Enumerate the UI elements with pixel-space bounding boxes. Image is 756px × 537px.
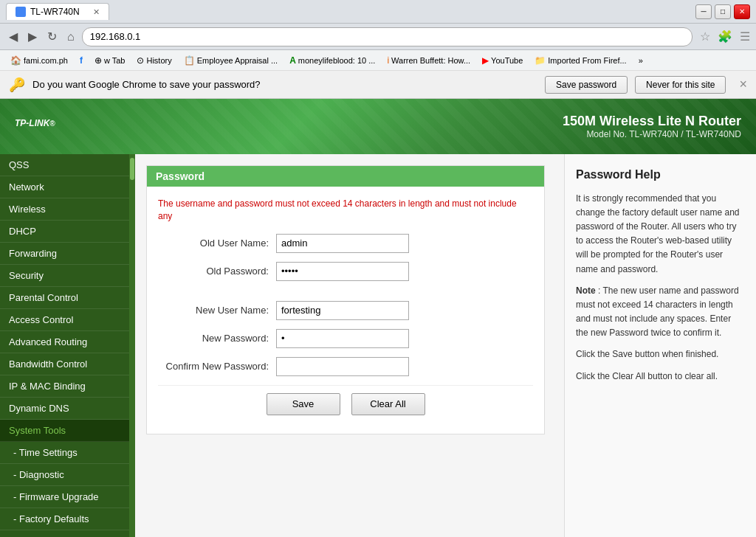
bookmark-star-icon[interactable]: ☆	[700, 30, 710, 44]
old-username-input[interactable]	[276, 234, 409, 253]
new-password-group: New Password:	[158, 329, 533, 348]
confirm-password-group: Confirm New Password:	[158, 357, 533, 376]
new-password-input[interactable]	[276, 329, 409, 348]
bookmark-fb[interactable]: f	[75, 54, 87, 67]
sidebar-item-access-control[interactable]: Access Control	[0, 309, 129, 331]
sidebar-item-factory[interactable]: - Factory Defaults	[0, 508, 129, 530]
help-note: Note : The new user name and password mu…	[576, 284, 745, 341]
bookmark-fami[interactable]: 🏠 fami.com.ph	[6, 54, 72, 67]
bookmark-label: moneylifeblood: 10 ...	[298, 56, 376, 65]
tp-link-logo: TP-LINK®	[15, 115, 55, 139]
main-content: Password The username and password must …	[135, 154, 564, 537]
model-number: Model No. TL-WR740N / TL-WR740ND	[563, 129, 741, 139]
home-button[interactable]: ⌂	[64, 29, 78, 45]
menu-icon[interactable]: ☰	[740, 30, 750, 44]
browser-tab[interactable]: TL-WR740N ✕	[6, 3, 109, 20]
sidebar-item-ip-mac[interactable]: IP & MAC Binding	[0, 375, 129, 398]
back-button[interactable]: ◀	[6, 28, 21, 45]
tab-close-button[interactable]: ✕	[93, 7, 100, 17]
new-username-label: New User Name:	[158, 305, 276, 316]
sidebar-scrollbar[interactable]	[129, 154, 135, 537]
close-button[interactable]: ✕	[734, 4, 750, 19]
clear-all-button[interactable]: Clear All	[351, 393, 425, 415]
bookmark-favicon: ⊙	[137, 55, 144, 66]
minimize-button[interactable]: ─	[695, 4, 712, 19]
refresh-button[interactable]: ↻	[44, 28, 60, 45]
sidebar: QSS Network Wireless DHCP Forwarding Sec…	[0, 154, 129, 537]
help-paragraph1: It is strongly recommended that you chan…	[576, 192, 745, 277]
old-password-group: Old Password:	[158, 262, 533, 281]
old-username-label: Old User Name:	[158, 238, 276, 249]
new-username-group: New User Name:	[158, 301, 533, 320]
sidebar-item-qss[interactable]: QSS	[0, 154, 129, 176]
banner-text: Do you want Google Chrome to save your p…	[32, 79, 537, 90]
sidebar-item-network[interactable]: Network	[0, 176, 129, 198]
section-body: The username and password must not excee…	[147, 187, 544, 434]
extensions-icon[interactable]: 🧩	[718, 30, 732, 44]
bookmark-label: History	[146, 56, 171, 65]
bookmark-favicon: ▶	[482, 55, 489, 66]
help-title: Password Help	[576, 165, 745, 184]
bookmark-favicon: 🏠	[10, 55, 21, 66]
bookmark-label: Imported From Firef...	[548, 56, 626, 65]
forward-button[interactable]: ▶	[25, 28, 40, 45]
router-header: TP-LINK® 150M Wireless Lite N Router Mod…	[0, 99, 756, 154]
section-header: Password	[147, 166, 544, 187]
new-password-label: New Password:	[158, 333, 276, 344]
save-button[interactable]: Save	[267, 393, 340, 415]
bookmark-youtube[interactable]: ▶ YouTube	[478, 54, 527, 67]
bookmark-more[interactable]: »	[634, 55, 647, 66]
sidebar-item-dhcp[interactable]: DHCP	[0, 221, 129, 243]
bookmark-buffett[interactable]: i Warren Buffett: How...	[382, 54, 475, 67]
bookmark-favicon: 📋	[184, 55, 195, 66]
help-panel: Password Help It is strongly recommended…	[564, 154, 756, 537]
sidebar-item-backup[interactable]: - Backup & Restore	[0, 530, 129, 537]
note-label: Note	[576, 285, 596, 296]
sidebar-item-bandwidth[interactable]: Bandwidth Control	[0, 353, 129, 375]
banner-close-button[interactable]: ×	[739, 77, 747, 92]
button-row: Save Clear All	[158, 385, 533, 423]
warning-text: The username and password must not excee…	[158, 198, 533, 223]
sidebar-item-advanced-routing[interactable]: Advanced Routing	[0, 331, 129, 353]
sidebar-item-wireless[interactable]: Wireless	[0, 198, 129, 221]
help-save-hint: Click the Save button when finished.	[576, 347, 745, 361]
title-bar: TL-WR740N ✕ ─ □ ✕	[0, 0, 756, 24]
save-password-button[interactable]: Save password	[545, 76, 628, 94]
scrollbar-thumb[interactable]	[130, 158, 134, 180]
note-text: : The new user name and password must no…	[576, 285, 739, 339]
never-save-button[interactable]: Never for this site	[635, 76, 726, 94]
content-wrapper: QSS Network Wireless DHCP Forwarding Sec…	[0, 154, 756, 537]
bookmark-label: »	[639, 56, 643, 65]
sidebar-item-dynamic-dns[interactable]: Dynamic DNS	[0, 398, 129, 420]
bookmark-newtab[interactable]: ⊕ w Tab	[90, 54, 130, 67]
sidebar-item-diagnostic[interactable]: - Diagnostic	[0, 464, 129, 486]
help-clear-hint: Click the Clear All button to clear all.	[576, 370, 745, 384]
bookmark-favicon: 📁	[535, 55, 546, 66]
bookmark-money[interactable]: A moneylifeblood: 10 ...	[285, 54, 379, 67]
model-name: 150M Wireless Lite N Router	[563, 114, 741, 129]
bookmark-favicon: ⊕	[94, 55, 102, 66]
window-controls: ─ □ ✕	[695, 4, 750, 19]
old-password-label: Old Password:	[158, 266, 276, 277]
address-bar[interactable]	[82, 27, 693, 46]
bookmark-appraisal[interactable]: 📋 Employee Appraisal ...	[179, 54, 282, 67]
sidebar-item-parental[interactable]: Parental Control	[0, 287, 129, 309]
bookmark-label: fami.com.ph	[24, 56, 68, 65]
bookmark-favicon: f	[80, 55, 83, 66]
old-password-input[interactable]	[276, 262, 409, 281]
sidebar-item-forwarding[interactable]: Forwarding	[0, 243, 129, 265]
bookmark-favicon: A	[289, 55, 296, 66]
confirm-password-label: Confirm New Password:	[158, 361, 276, 372]
sidebar-item-security[interactable]: Security	[0, 265, 129, 287]
sidebar-item-time-settings[interactable]: - Time Settings	[0, 442, 129, 464]
old-username-group: Old User Name:	[158, 234, 533, 253]
new-username-input[interactable]	[276, 301, 409, 320]
maximize-button[interactable]: □	[715, 4, 731, 19]
confirm-password-input[interactable]	[276, 357, 409, 376]
bookmark-history[interactable]: ⊙ History	[132, 54, 176, 67]
sidebar-item-system-tools[interactable]: System Tools	[0, 420, 129, 442]
sidebar-item-firmware[interactable]: - Firmware Upgrade	[0, 486, 129, 508]
bookmark-imported[interactable]: 📁 Imported From Firef...	[530, 54, 630, 67]
bookmark-label: YouTube	[491, 56, 523, 65]
form-spacer	[158, 290, 533, 301]
